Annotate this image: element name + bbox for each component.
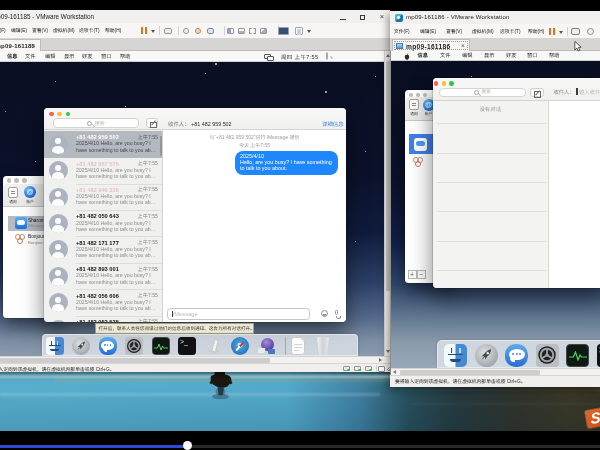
dock-launchpad-icon[interactable] [475, 344, 498, 367]
spotlight-icon[interactable] [326, 52, 328, 60]
thumbnail-bar-icon[interactable] [238, 28, 245, 34]
dock-trash-icon[interactable] [316, 337, 331, 355]
message-input[interactable]: iMessage [167, 308, 310, 320]
tab-close-icon[interactable]: × [31, 42, 35, 49]
pause-icon[interactable] [549, 28, 551, 35]
general-prefs-icon[interactable] [8, 187, 18, 198]
menu-view[interactable]: 查看(V) [32, 28, 48, 34]
dock-activity-monitor-icon[interactable] [566, 344, 589, 367]
list-scrollbar-thumb[interactable] [160, 136, 162, 156]
minimize-traffic-light[interactable] [442, 81, 447, 86]
vm-screen-right[interactable]: 信息 文件 编辑 显示 好友 窗口 帮助 通用 @ 帐户 + − [391, 51, 600, 368]
menu-file[interactable]: 文件(F) [394, 29, 410, 35]
prefs-tab-accounts[interactable]: 帐户 [22, 200, 38, 204]
dock-terminal-icon[interactable]: >_ [178, 337, 196, 355]
mac-menu-messages[interactable]: 信息 [7, 54, 17, 60]
traffic-light-inactive[interactable] [22, 178, 27, 183]
dock-finder-icon[interactable] [444, 344, 467, 367]
remove-account-button[interactable]: − [417, 270, 426, 279]
conversation-row[interactable]: +81 482 050 643 上午7:55 2025/4/10 Hello, … [44, 210, 163, 237]
snapshot-revert-icon[interactable] [195, 28, 201, 34]
snapshot-manage-icon[interactable] [207, 28, 214, 34]
layout-dropdown-caret[interactable] [307, 30, 311, 33]
fullscreen-icon[interactable] [249, 28, 256, 34]
mac-menu-window[interactable]: 窗口 [101, 54, 111, 60]
conversation-row[interactable]: +81 482 171 177 上午7:55 2025/4/10 Hello, … [44, 237, 163, 264]
tab-active[interactable]: mp09-161186 × [392, 39, 470, 51]
scroll-thumb[interactable] [0, 358, 270, 363]
dock-script-icon[interactable] [205, 337, 223, 355]
general-prefs-icon[interactable] [409, 99, 419, 110]
compose-button[interactable] [530, 88, 544, 97]
traffic-light-inactive[interactable] [7, 178, 12, 183]
dock-terminal-icon[interactable]: >_ [597, 344, 600, 367]
menu-view[interactable]: 查看(V) [446, 29, 462, 35]
menu-vm[interactable]: 虚拟机(M) [472, 29, 494, 35]
menu-help[interactable]: 帮助(H) [528, 29, 544, 35]
close-traffic-light[interactable] [49, 112, 54, 117]
scroll-right-arrow[interactable] [379, 358, 382, 362]
microphone-icon[interactable] [335, 310, 338, 316]
conversation-row[interactable]: +81 482 893 001 上午7:55 2025/4/10 Hello, … [44, 263, 163, 290]
title-bar[interactable]: mp09-161185 - VMware Workstation × [0, 10, 390, 23]
pause-icon[interactable] [141, 27, 143, 34]
emoji-picker-icon[interactable] [321, 310, 328, 317]
search-input[interactable]: 搜索 [53, 118, 139, 128]
mac-menu-view[interactable]: 显示 [484, 53, 494, 59]
mac-menu-edit[interactable]: 编辑 [462, 53, 472, 59]
menu-edit[interactable]: 编辑(E) [11, 28, 27, 34]
send-ctrl-alt-del-icon[interactable] [164, 28, 172, 34]
dock-messages-icon[interactable] [99, 337, 117, 355]
dock-system-preferences-icon[interactable] [125, 337, 143, 355]
accounts-at-icon[interactable]: @ [24, 186, 36, 198]
prefs-tab-general[interactable]: 通用 [5, 200, 21, 204]
mac-menu-buddies[interactable]: 好友 [506, 53, 516, 59]
cd-status-icon[interactable] [354, 366, 361, 372]
dock-finder-icon[interactable] [46, 337, 64, 355]
details-button[interactable]: 详细信息 [322, 121, 344, 127]
progress-handle[interactable] [183, 441, 192, 450]
maximize-button[interactable] [355, 11, 371, 23]
conversation-row[interactable]: +81 482 056 606 上午7:55 2025/4/10 Hello, … [44, 289, 163, 316]
pause-dropdown-caret[interactable] [151, 30, 155, 33]
mac-menu-view[interactable]: 显示 [64, 54, 74, 60]
menu-clock[interactable]: 周四 上午7:55 [281, 54, 318, 60]
compose-button[interactable] [146, 118, 158, 128]
mac-menu-help[interactable]: 帮助 [549, 53, 559, 59]
conversation-row[interactable]: +81 482 957 575 上午7:55 2025/4/10 Hello, … [44, 157, 163, 184]
tab-active[interactable]: mp09-161185 × [0, 39, 41, 51]
to-placeholder[interactable]: 输入收件人 [579, 89, 600, 95]
menu-help[interactable]: 帮助(H) [105, 28, 121, 34]
conversation-row[interactable]: +81 482 959 502 上午7:55 2025/4/10 Hello, … [44, 131, 163, 158]
dock-document-icon[interactable] [291, 337, 306, 355]
menu-vm[interactable]: 虚拟机(M) [53, 28, 75, 34]
traffic-light-inactive[interactable] [14, 178, 19, 183]
close-traffic-light[interactable] [434, 81, 439, 86]
menu-file[interactable]: 文件(F) [0, 28, 6, 34]
vm-screen-left[interactable]: 信息 文件 编辑 显示 好友 窗口 帮助 周四 上午7:55 通用 @ 帐户 S… [0, 51, 384, 356]
mac-menu-buddies[interactable]: 好友 [82, 54, 92, 60]
layout-icon[interactable] [295, 27, 303, 35]
horizontal-scrollbar[interactable] [0, 356, 391, 363]
menu-edit[interactable]: 编辑(E) [420, 29, 436, 35]
snapshot-clock-icon[interactable] [183, 28, 189, 34]
close-button[interactable]: × [374, 11, 390, 23]
dock-launchpad-icon[interactable] [72, 337, 90, 355]
zoom-traffic-light[interactable] [449, 81, 454, 86]
dock-system-preferences-icon[interactable] [536, 344, 559, 367]
network-status-icon[interactable] [365, 366, 372, 372]
dock-activity-monitor-icon[interactable] [152, 337, 170, 355]
add-account-button[interactable]: + [408, 270, 417, 279]
pause-dropdown-caret[interactable] [559, 31, 563, 34]
unity-icon[interactable] [260, 28, 267, 34]
show-library-icon[interactable] [227, 28, 234, 34]
conversation-row[interactable]: +81 482 940 316 上午7:55 2025/4/10 Hello, … [44, 184, 163, 211]
mac-menu-file[interactable]: 文件 [440, 53, 450, 59]
mac-menu-edit[interactable]: 编辑 [45, 54, 55, 60]
mac-menu-messages[interactable]: 信息 [418, 53, 428, 59]
minimize-button[interactable] [335, 11, 351, 23]
message-bubble[interactable]: 2025/4/10Hello, are you busy? I have som… [235, 151, 338, 175]
apple-menu-icon[interactable] [404, 53, 410, 60]
search-input[interactable]: 搜索 [439, 88, 527, 97]
dock-safari-icon[interactable] [231, 337, 249, 355]
